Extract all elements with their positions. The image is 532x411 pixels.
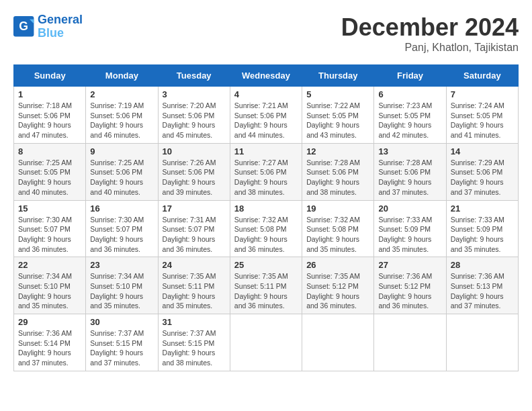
day-info: Sunrise: 7:35 AM Sunset: 5:11 PM Dayligh… (163, 271, 226, 311)
day-number: 14 (451, 146, 514, 156)
calendar-week-row: 29Sunrise: 7:36 AM Sunset: 5:14 PM Dayli… (14, 314, 519, 371)
location-subtitle: Panj, Khatlon, Tajikistan (341, 42, 519, 54)
day-number: 22 (18, 260, 81, 270)
calendar-day-cell: 21Sunrise: 7:33 AM Sunset: 5:09 PM Dayli… (446, 200, 518, 257)
day-of-week-header: Monday (86, 65, 158, 87)
calendar-week-row: 15Sunrise: 7:30 AM Sunset: 5:07 PM Dayli… (14, 200, 519, 257)
calendar-day-cell: 22Sunrise: 7:34 AM Sunset: 5:10 PM Dayli… (14, 257, 86, 314)
calendar-day-cell: 27Sunrise: 7:36 AM Sunset: 5:12 PM Dayli… (374, 257, 446, 314)
calendar-day-cell: 30Sunrise: 7:37 AM Sunset: 5:15 PM Dayli… (86, 314, 158, 371)
calendar-day-cell: 9Sunrise: 7:25 AM Sunset: 5:06 PM Daylig… (86, 143, 158, 200)
calendar-day-cell: 10Sunrise: 7:26 AM Sunset: 5:06 PM Dayli… (158, 143, 230, 200)
day-info: Sunrise: 7:31 AM Sunset: 5:07 PM Dayligh… (163, 215, 226, 255)
day-info: Sunrise: 7:37 AM Sunset: 5:15 PM Dayligh… (90, 328, 153, 368)
day-number: 31 (163, 317, 226, 327)
day-info: Sunrise: 7:26 AM Sunset: 5:06 PM Dayligh… (163, 158, 226, 197)
day-info: Sunrise: 7:25 AM Sunset: 5:06 PM Dayligh… (90, 158, 153, 197)
day-number: 15 (18, 203, 81, 214)
day-number: 19 (306, 203, 369, 214)
day-info: Sunrise: 7:35 AM Sunset: 5:12 PM Dayligh… (306, 271, 369, 311)
calendar-day-cell: 18Sunrise: 7:32 AM Sunset: 5:08 PM Dayli… (230, 200, 302, 257)
day-of-week-header: Saturday (446, 65, 518, 87)
day-number: 11 (234, 146, 298, 156)
calendar-day-cell (302, 314, 374, 371)
calendar-day-cell: 3Sunrise: 7:20 AM Sunset: 5:06 PM Daylig… (158, 87, 230, 144)
day-number: 24 (163, 260, 226, 270)
day-info: Sunrise: 7:36 AM Sunset: 5:12 PM Dayligh… (378, 271, 441, 311)
day-number: 2 (90, 89, 153, 99)
day-number: 3 (163, 89, 226, 99)
day-info: Sunrise: 7:36 AM Sunset: 5:14 PM Dayligh… (18, 328, 81, 368)
month-title: December 2024 (341, 13, 519, 42)
day-number: 1 (18, 89, 81, 99)
day-info: Sunrise: 7:37 AM Sunset: 5:15 PM Dayligh… (163, 328, 226, 368)
logo-text: General Blue (38, 13, 83, 40)
calendar-day-cell: 31Sunrise: 7:37 AM Sunset: 5:15 PM Dayli… (158, 314, 230, 371)
svg-text:G: G (19, 19, 28, 33)
day-info: Sunrise: 7:36 AM Sunset: 5:13 PM Dayligh… (451, 271, 514, 311)
day-info: Sunrise: 7:20 AM Sunset: 5:06 PM Dayligh… (163, 101, 226, 140)
day-number: 27 (378, 260, 441, 270)
day-of-week-header: Friday (374, 65, 446, 87)
day-info: Sunrise: 7:22 AM Sunset: 5:05 PM Dayligh… (306, 101, 369, 140)
calendar-day-cell: 12Sunrise: 7:28 AM Sunset: 5:06 PM Dayli… (302, 143, 374, 200)
calendar-day-cell: 6Sunrise: 7:23 AM Sunset: 5:05 PM Daylig… (374, 87, 446, 144)
day-number: 8 (18, 146, 81, 156)
day-info: Sunrise: 7:35 AM Sunset: 5:11 PM Dayligh… (234, 271, 298, 311)
day-info: Sunrise: 7:25 AM Sunset: 5:05 PM Dayligh… (18, 158, 81, 197)
calendar-day-cell: 28Sunrise: 7:36 AM Sunset: 5:13 PM Dayli… (446, 257, 518, 314)
calendar-day-cell: 19Sunrise: 7:32 AM Sunset: 5:08 PM Dayli… (302, 200, 374, 257)
calendar-day-cell: 26Sunrise: 7:35 AM Sunset: 5:12 PM Dayli… (302, 257, 374, 314)
day-number: 5 (306, 89, 369, 99)
day-number: 20 (378, 203, 441, 214)
calendar-day-cell (446, 314, 518, 371)
day-number: 12 (306, 146, 369, 156)
calendar-week-row: 8Sunrise: 7:25 AM Sunset: 5:05 PM Daylig… (14, 143, 519, 200)
day-of-week-header-row: SundayMondayTuesdayWednesdayThursdayFrid… (14, 65, 519, 87)
day-number: 10 (163, 146, 226, 156)
calendar-body: 1Sunrise: 7:18 AM Sunset: 5:06 PM Daylig… (14, 87, 519, 371)
calendar-week-row: 22Sunrise: 7:34 AM Sunset: 5:10 PM Dayli… (14, 257, 519, 314)
day-number: 17 (163, 203, 226, 214)
calendar-day-cell (374, 314, 446, 371)
day-info: Sunrise: 7:32 AM Sunset: 5:08 PM Dayligh… (306, 215, 369, 255)
day-info: Sunrise: 7:24 AM Sunset: 5:05 PM Dayligh… (451, 101, 514, 140)
calendar-day-cell: 1Sunrise: 7:18 AM Sunset: 5:06 PM Daylig… (14, 87, 86, 144)
calendar-day-cell: 2Sunrise: 7:19 AM Sunset: 5:06 PM Daylig… (86, 87, 158, 144)
day-of-week-header: Wednesday (230, 65, 302, 87)
day-info: Sunrise: 7:21 AM Sunset: 5:06 PM Dayligh… (234, 101, 298, 140)
day-number: 23 (90, 260, 153, 270)
day-of-week-header: Tuesday (158, 65, 230, 87)
day-info: Sunrise: 7:33 AM Sunset: 5:09 PM Dayligh… (378, 215, 441, 255)
calendar-day-cell: 7Sunrise: 7:24 AM Sunset: 5:05 PM Daylig… (446, 87, 518, 144)
calendar-day-cell: 4Sunrise: 7:21 AM Sunset: 5:06 PM Daylig… (230, 87, 302, 144)
logo-icon: G (13, 16, 35, 38)
day-number: 9 (90, 146, 153, 156)
calendar-week-row: 1Sunrise: 7:18 AM Sunset: 5:06 PM Daylig… (14, 87, 519, 144)
calendar-day-cell: 5Sunrise: 7:22 AM Sunset: 5:05 PM Daylig… (302, 87, 374, 144)
calendar-table: SundayMondayTuesdayWednesdayThursdayFrid… (13, 64, 519, 371)
day-number: 21 (451, 203, 514, 214)
calendar-day-cell: 15Sunrise: 7:30 AM Sunset: 5:07 PM Dayli… (14, 200, 86, 257)
day-info: Sunrise: 7:30 AM Sunset: 5:07 PM Dayligh… (90, 215, 153, 255)
day-info: Sunrise: 7:18 AM Sunset: 5:06 PM Dayligh… (18, 101, 81, 140)
calendar-day-cell: 25Sunrise: 7:35 AM Sunset: 5:11 PM Dayli… (230, 257, 302, 314)
day-info: Sunrise: 7:27 AM Sunset: 5:06 PM Dayligh… (234, 158, 298, 197)
logo: G General Blue (13, 13, 83, 40)
calendar-day-cell: 14Sunrise: 7:29 AM Sunset: 5:06 PM Dayli… (446, 143, 518, 200)
day-number: 28 (451, 260, 514, 270)
day-number: 4 (234, 89, 298, 99)
calendar-day-cell: 8Sunrise: 7:25 AM Sunset: 5:05 PM Daylig… (14, 143, 86, 200)
calendar-day-cell: 20Sunrise: 7:33 AM Sunset: 5:09 PM Dayli… (374, 200, 446, 257)
day-info: Sunrise: 7:28 AM Sunset: 5:06 PM Dayligh… (378, 158, 441, 197)
day-info: Sunrise: 7:33 AM Sunset: 5:09 PM Dayligh… (451, 215, 514, 255)
day-number: 25 (234, 260, 298, 270)
title-block: December 2024 Panj, Khatlon, Tajikistan (341, 13, 519, 54)
day-number: 6 (378, 89, 441, 99)
calendar-day-cell: 17Sunrise: 7:31 AM Sunset: 5:07 PM Dayli… (158, 200, 230, 257)
day-info: Sunrise: 7:30 AM Sunset: 5:07 PM Dayligh… (18, 215, 81, 255)
day-info: Sunrise: 7:28 AM Sunset: 5:06 PM Dayligh… (306, 158, 369, 197)
day-info: Sunrise: 7:19 AM Sunset: 5:06 PM Dayligh… (90, 101, 153, 140)
calendar-day-cell (230, 314, 302, 371)
day-info: Sunrise: 7:29 AM Sunset: 5:06 PM Dayligh… (451, 158, 514, 197)
